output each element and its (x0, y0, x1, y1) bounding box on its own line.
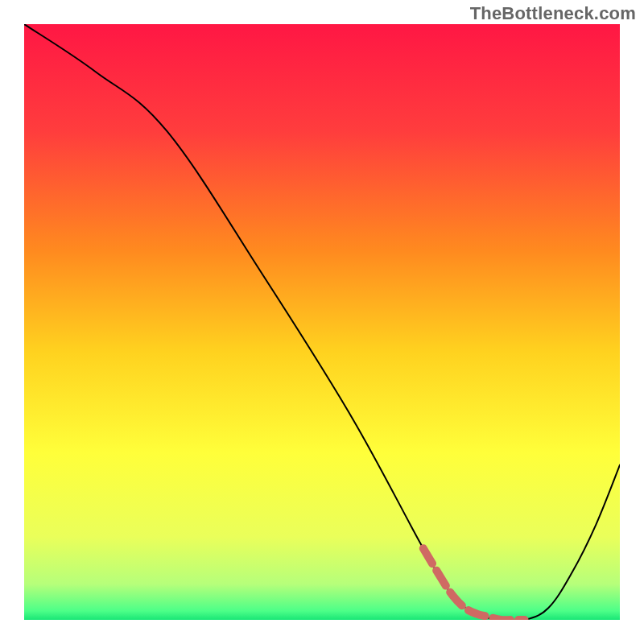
gradient-background (24, 24, 620, 620)
attribution-label: TheBottleneck.com (470, 3, 636, 24)
chart-frame: TheBottleneck.com (0, 0, 644, 644)
plot-area (24, 24, 620, 620)
chart-svg (24, 24, 620, 620)
